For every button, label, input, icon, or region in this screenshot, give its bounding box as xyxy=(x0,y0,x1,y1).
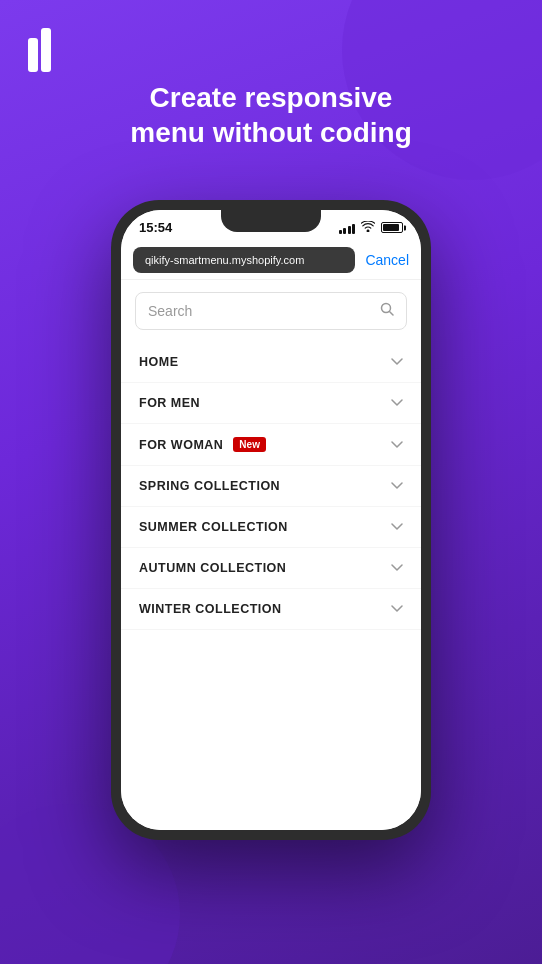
app-logo xyxy=(28,28,64,72)
battery-icon xyxy=(381,222,403,233)
signal-icon xyxy=(339,222,356,234)
menu-item[interactable]: WINTER COLLECTION xyxy=(121,589,421,630)
menu-item[interactable]: HOME xyxy=(121,342,421,383)
search-placeholder: Search xyxy=(148,303,380,319)
chevron-down-icon xyxy=(391,602,403,616)
status-icons xyxy=(339,221,404,234)
svg-line-3 xyxy=(390,312,394,316)
menu-item[interactable]: FOR WOMANNew xyxy=(121,424,421,466)
menu-item-left: FOR MEN xyxy=(139,396,200,410)
menu-item[interactable]: AUTUMN COLLECTION xyxy=(121,548,421,589)
menu-item[interactable]: SUMMER COLLECTION xyxy=(121,507,421,548)
svg-rect-1 xyxy=(41,28,51,72)
chevron-down-icon xyxy=(391,561,403,575)
phone-inner: 15:54 xyxy=(121,210,421,830)
new-badge: New xyxy=(233,437,266,452)
menu-item-left: WINTER COLLECTION xyxy=(139,602,282,616)
menu-item[interactable]: SPRING COLLECTION xyxy=(121,466,421,507)
chevron-down-icon xyxy=(391,479,403,493)
menu-item-left: AUTUMN COLLECTION xyxy=(139,561,286,575)
menu-item-left: SUMMER COLLECTION xyxy=(139,520,288,534)
url-text: qikify-smartmenu.myshopify.com xyxy=(145,254,304,266)
menu-item-label: SPRING COLLECTION xyxy=(139,479,280,493)
menu-item[interactable]: FOR MEN xyxy=(121,383,421,424)
cancel-button[interactable]: Cancel xyxy=(365,252,409,268)
chevron-down-icon xyxy=(391,438,403,452)
chevron-down-icon xyxy=(391,396,403,410)
search-bar[interactable]: Search xyxy=(135,292,407,330)
phone-mockup: 15:54 xyxy=(111,200,431,840)
url-box: qikify-smartmenu.myshopify.com xyxy=(133,247,355,273)
phone-outer: 15:54 xyxy=(111,200,431,840)
menu-items-list: HOMEFOR MENFOR WOMANNewSPRING COLLECTION… xyxy=(121,342,421,630)
status-time: 15:54 xyxy=(139,220,172,235)
phone-notch xyxy=(221,210,321,232)
menu-item-label: HOME xyxy=(139,355,179,369)
menu-item-label: WINTER COLLECTION xyxy=(139,602,282,616)
chevron-down-icon xyxy=(391,355,403,369)
menu-item-label: SUMMER COLLECTION xyxy=(139,520,288,534)
chevron-down-icon xyxy=(391,520,403,534)
menu-item-left: HOME xyxy=(139,355,179,369)
menu-content: Search HOMEFOR MENFOR WOMANNewSPRING COL… xyxy=(121,280,421,830)
address-bar: qikify-smartmenu.myshopify.com Cancel xyxy=(121,241,421,280)
menu-item-left: SPRING COLLECTION xyxy=(139,479,280,493)
search-icon xyxy=(380,302,394,320)
menu-item-left: FOR WOMANNew xyxy=(139,437,266,452)
wifi-icon xyxy=(361,221,375,234)
menu-item-label: FOR MEN xyxy=(139,396,200,410)
menu-item-label: FOR WOMAN xyxy=(139,438,223,452)
headline: Create responsive menu without coding xyxy=(0,80,542,150)
svg-rect-0 xyxy=(28,38,38,72)
menu-item-label: AUTUMN COLLECTION xyxy=(139,561,286,575)
